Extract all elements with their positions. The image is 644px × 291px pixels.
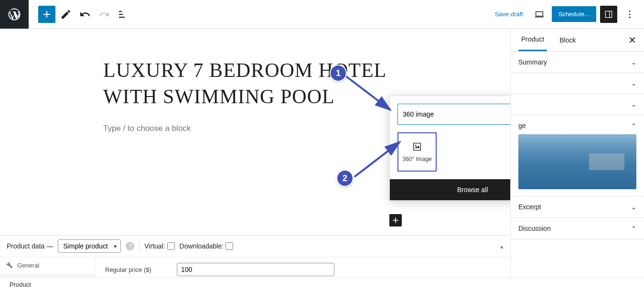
- sidebar-tabs: Product Block ✕: [511, 29, 644, 52]
- save-draft-link[interactable]: Save draft: [491, 7, 527, 22]
- annotation-badge-2: 2: [336, 170, 354, 187]
- svg-point-1: [629, 13, 631, 15]
- sidebar-section-hidden-1[interactable]: ⌄: [511, 73, 644, 94]
- divider: [139, 241, 140, 251]
- laptop-icon: [534, 9, 545, 20]
- regular-price-label: Regular price ($): [105, 266, 177, 273]
- sidebar-section-discussion[interactable]: Discussion ⌃: [511, 218, 644, 239]
- regular-price-row: Regular price ($): [105, 263, 501, 276]
- product-image-thumbnail[interactable]: [518, 134, 636, 189]
- wrench-icon: [6, 261, 13, 269]
- main-layout: LUXURY 7 BEDROOM HOTEL WITH SWIMMING POO…: [0, 29, 644, 279]
- schedule-button[interactable]: Schedule...: [552, 6, 596, 22]
- settings-toggle-button[interactable]: [600, 6, 617, 23]
- settings-sidebar: Product Block ✕ Summary ⌄ ⌄ ⌄ ge ⌃ Excer…: [510, 29, 644, 279]
- virtual-checkbox[interactable]: [167, 242, 175, 250]
- pencil-icon: [60, 9, 72, 20]
- inserter-search-box: ✕: [397, 104, 510, 125]
- svg-point-2: [629, 17, 631, 18]
- downloadable-checkbox-label: Downloadable:: [180, 242, 234, 250]
- inserter-search-wrap: ✕: [390, 96, 510, 132]
- svg-line-5: [345, 75, 390, 110]
- toolbar-right: Save draft Schedule...: [491, 6, 644, 23]
- image-icon: [412, 141, 422, 152]
- redo-button[interactable]: [96, 6, 113, 23]
- block-placeholder[interactable]: Type / to choose a block: [103, 124, 399, 133]
- product-data-header: Product data — Simple product ? Virtual:: [0, 236, 510, 257]
- redo-icon: [98, 9, 110, 20]
- plus-icon: [41, 9, 53, 20]
- product-data-body: General Inventory: [0, 257, 510, 279]
- chevron-down-icon: ⌄: [631, 204, 636, 211]
- wordpress-logo[interactable]: [0, 0, 29, 29]
- tab-general[interactable]: General: [0, 257, 95, 273]
- undo-button[interactable]: [76, 6, 94, 23]
- block-results-grid: 360° Image: [390, 132, 510, 179]
- sidebar-icon: [604, 10, 613, 19]
- sidebar-tab-block[interactable]: Block: [557, 30, 579, 51]
- chevron-up-icon: ⌃: [631, 225, 636, 232]
- breadcrumb-product[interactable]: Product: [0, 278, 644, 291]
- wordpress-icon: [7, 7, 21, 22]
- product-type-select[interactable]: Simple product: [58, 239, 121, 253]
- chevron-up-icon[interactable]: ⌃: [631, 122, 636, 129]
- chevron-down-icon: ⌄: [631, 101, 636, 108]
- product-data-metabox: Product data — Simple product ? Virtual:: [0, 235, 510, 279]
- undo-icon: [79, 9, 91, 20]
- metabox-collapse-button[interactable]: ▴: [500, 243, 504, 250]
- regular-price-input[interactable]: [177, 263, 334, 276]
- preview-button[interactable]: [531, 6, 548, 23]
- product-data-tabs: General Inventory: [0, 257, 96, 279]
- annotation-badge-1: 1: [330, 65, 347, 82]
- sidebar-section-hidden-2[interactable]: ⌄: [511, 94, 644, 115]
- annotation-arrow-1: [340, 71, 397, 116]
- sidebar-close-button[interactable]: ✕: [628, 34, 636, 46]
- chevron-down-icon: ⌄: [631, 80, 636, 87]
- add-block-button[interactable]: [38, 6, 55, 23]
- options-menu-button[interactable]: [621, 6, 638, 23]
- edit-mode-button[interactable]: [57, 6, 75, 23]
- more-vertical-icon: [624, 9, 635, 20]
- sidebar-tab-product[interactable]: Product: [518, 29, 547, 51]
- browse-all-button[interactable]: Browse all: [390, 179, 510, 200]
- svg-point-4: [415, 145, 417, 146]
- virtual-checkbox-label: Virtual:: [144, 242, 174, 250]
- help-icon[interactable]: ?: [126, 242, 134, 250]
- downloadable-checkbox[interactable]: [225, 242, 233, 250]
- top-toolbar: Save draft Schedule...: [0, 0, 644, 29]
- list-view-icon: [118, 9, 129, 20]
- chevron-down-icon: ⌄: [631, 59, 636, 66]
- block-inserter-popover: ✕ 360° Image Browse all: [389, 96, 510, 201]
- general-panel: Regular price ($) Sale price ($) Schedul…: [96, 257, 510, 279]
- editor-column: LUXURY 7 BEDROOM HOTEL WITH SWIMMING POO…: [0, 29, 510, 279]
- plus-icon: [391, 216, 400, 225]
- svg-line-6: [354, 142, 400, 177]
- toolbar-left: [29, 6, 132, 23]
- annotation-arrow-2: [350, 136, 407, 182]
- sidebar-section-excerpt[interactable]: Excerpt ⌄: [511, 196, 644, 218]
- document-overview-button[interactable]: [115, 6, 132, 23]
- product-data-label: Product data —: [7, 242, 53, 250]
- inline-add-block-button[interactable]: [389, 214, 402, 226]
- svg-point-0: [629, 11, 631, 12]
- inserter-search-input[interactable]: [403, 110, 510, 118]
- product-image-label-partial: ge: [518, 122, 526, 129]
- sidebar-section-product-image: ge ⌃: [511, 115, 644, 196]
- sidebar-section-summary[interactable]: Summary ⌄: [511, 52, 644, 73]
